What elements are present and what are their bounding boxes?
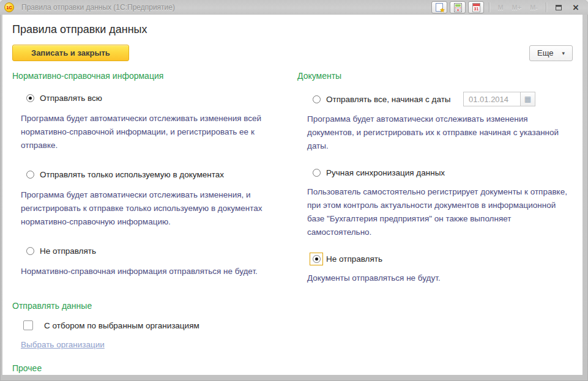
checkbox-label: С отбором по выбранным организациям (44, 321, 199, 330)
date-field-group: ▦ (463, 92, 535, 106)
section-documents: Документы Отправлять все, начиная с даты… (297, 71, 573, 298)
focus-outline (310, 253, 323, 265)
radio-button[interactable] (313, 255, 321, 263)
form-content: Правила отправки данных Записать и закры… (2, 15, 582, 375)
radio-label: Ручная синхронизация данных (326, 168, 445, 177)
date-picker-button[interactable]: ▦ (520, 92, 535, 106)
section-send-data: Отправлять данные С отбором по выбранным… (12, 301, 573, 350)
option-description: Пользователь самостоятельно регистрирует… (307, 185, 573, 239)
radio-option-docs-send-from-date[interactable]: Отправлять все, начиная с даты ▦ (297, 92, 573, 106)
titlebar-separator (489, 2, 489, 12)
checkbox[interactable] (23, 320, 33, 330)
memory-mplus-button[interactable]: M+ (509, 4, 525, 11)
radio-button[interactable] (26, 94, 34, 102)
section-nsi: Нормативно-справочная информация Отправл… (12, 71, 297, 298)
radio-label: Отправлять всю (40, 94, 102, 103)
more-button[interactable]: Еще ▾ (529, 45, 573, 61)
start-date-input[interactable] (463, 92, 520, 106)
radio-option-nsi-used-only[interactable]: Отправлять только используемую в докумен… (12, 168, 297, 181)
command-bar: Записать и закрыть Еще ▾ (12, 45, 573, 61)
radio-label: Не отправлять (40, 246, 96, 256)
section-title-other: Прочее (12, 363, 573, 373)
favorites-button[interactable]: ★ (431, 1, 447, 13)
option-description: Документы отправляться не будут. (307, 272, 573, 285)
two-column-layout: Нормативно-справочная информация Отправл… (12, 71, 573, 298)
chevron-down-icon: ▾ (562, 50, 565, 56)
calculator-button[interactable] (450, 1, 466, 13)
option-description: Программа будет автоматически отслеживат… (21, 112, 283, 152)
page-title: Правила отправки данных (12, 23, 573, 36)
section-title-documents: Документы (297, 71, 573, 81)
app-window: 1С Правила отправки данных (1С:Предприят… (0, 0, 588, 381)
radio-option-nsi-send-all[interactable]: Отправлять всю (12, 92, 297, 105)
option-description: Программа будет автоматически отслеживат… (21, 188, 283, 229)
star-icon: ★ (439, 7, 445, 13)
calculator-icon (454, 3, 462, 12)
radio-option-docs-dont-send[interactable]: Не отправлять (297, 253, 573, 265)
radio-label: Не отправлять (326, 254, 382, 264)
radio-option-docs-manual-sync[interactable]: Ручная синхронизация данных (297, 166, 573, 179)
close-icon: ✕ (573, 4, 579, 12)
radio-label: Отправлять все, начиная с даты (326, 95, 451, 104)
save-close-button[interactable]: Записать и закрыть (12, 45, 129, 61)
titlebar-separator (546, 2, 546, 12)
favorites-icon: ★ (436, 3, 443, 12)
radio-option-nsi-dont-send[interactable]: Не отправлять (12, 245, 297, 257)
1c-logo-text: 1С (7, 6, 12, 10)
calendar-grid-icon: ▦ (524, 95, 531, 103)
calendar-button[interactable]: 31 (468, 1, 484, 13)
titlebar-controls: ★ 31 M M+ M- ✕ (431, 1, 583, 13)
select-organizations-link[interactable]: Выбрать организации (21, 340, 105, 349)
checkbox-filter-by-orgs[interactable]: С отбором по выбранным организациям (12, 320, 573, 330)
close-button[interactable]: ✕ (568, 1, 583, 13)
section-other: Прочее i Ограничить изменение данных мож… (12, 363, 573, 375)
option-description: Программа будет автоматически отслеживат… (307, 113, 573, 153)
calendar-day: 31 (473, 6, 480, 12)
titlebar: 1С Правила отправки данных (1С:Предприят… (0, 0, 588, 15)
section-title-nsi: Нормативно-справочная информация (12, 71, 297, 81)
option-description: Нормативно-справочная информация отправл… (21, 265, 283, 278)
radio-button[interactable] (313, 169, 321, 177)
calendar-icon: 31 (472, 3, 480, 12)
window-title: Правила отправки данных (1С:Предприятие) (21, 3, 175, 12)
maximize-icon (556, 5, 562, 10)
memory-m-button[interactable]: M (494, 4, 506, 11)
radio-label: Отправлять только используемую в докумен… (40, 170, 224, 179)
radio-button[interactable] (26, 247, 34, 255)
radio-button[interactable] (26, 171, 34, 179)
radio-button[interactable] (313, 95, 321, 103)
memory-mminus-button[interactable]: M- (527, 4, 541, 11)
more-button-label: Еще (537, 48, 553, 57)
1c-logo-icon: 1С (4, 2, 14, 12)
section-title-send-data: Отправлять данные (12, 301, 573, 311)
maximize-button[interactable] (551, 1, 566, 13)
